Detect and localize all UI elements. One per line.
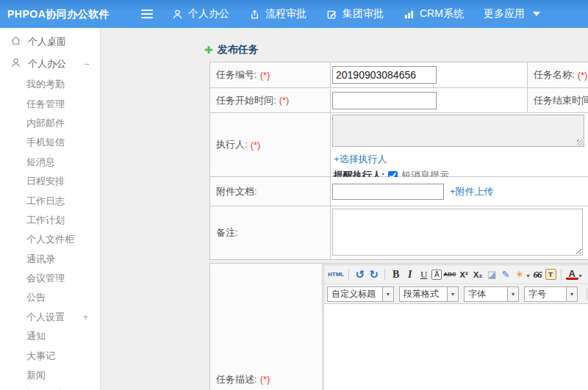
toolbar-separator [587, 288, 587, 300]
attachment-upload-link[interactable]: +附件上传 [450, 185, 494, 198]
task-name-label: 任务名称:(*) [528, 62, 588, 88]
task-description-label: 任务描述:(*) [210, 264, 323, 390]
sidebar-item-投票调查[interactable]: 投票调查 [0, 385, 100, 390]
task-end-time-label: 任务结束时间:(*) [528, 88, 588, 113]
redo-icon[interactable]: ↻ [368, 268, 380, 281]
top-navigation: 个人办公 流程审批 集团审批 CRM系统 更多应用 [172, 0, 540, 28]
paste-icon[interactable]: T [545, 269, 556, 280]
topbar: PHPOA协同办公软件 个人办公 流程审批 集团审批 CRM系统 更多应用 [0, 0, 588, 28]
sidebar-item-工作日志[interactable]: 工作日志 [0, 191, 100, 210]
wand-icon[interactable]: ✳ [514, 268, 526, 281]
remark-label: 备注: [210, 206, 331, 260]
publish-task-form: 任务编号:(*) 任务名称:(*) 任务开始时间:(*) 任务结束时间:(*) … [209, 62, 588, 260]
caret-down-icon[interactable]: ▾ [579, 272, 582, 279]
menu-toggle-icon[interactable] [141, 10, 153, 18]
task-number-label: 任务编号:(*) [210, 62, 331, 88]
app-logo: PHPOA协同办公软件 [7, 0, 110, 28]
source-icon[interactable]: HTML [328, 268, 344, 281]
attachment-input[interactable] [332, 184, 444, 200]
sidebar-item-日程安排[interactable]: 日程安排 [0, 172, 100, 191]
eraser-icon[interactable]: ◪ [486, 268, 498, 281]
nav-more-apps[interactable]: 更多应用 [484, 7, 540, 21]
caret-down-icon [533, 12, 540, 16]
quote-icon[interactable]: 66 [531, 268, 544, 281]
underline-icon[interactable]: U [417, 268, 430, 281]
editor-toolbar-row2: 自定义标题▾段落格式▾字体▾字号▾ [324, 284, 588, 304]
sidebar-item-个人桌面[interactable]: 个人桌面 [0, 31, 100, 53]
rich-text-editor: HTML↺↻BIUAABCX²X₂◪✎✳▾66TA▾ 自定义标题▾段落格式▾字体… [323, 264, 588, 390]
nav-process-approval[interactable]: 流程审批 [249, 7, 306, 21]
executor-label: 执行人:(*) [210, 113, 331, 177]
subscript-icon[interactable]: X₂ [472, 268, 484, 281]
caret-down-icon[interactable]: ▾ [383, 286, 394, 302]
share-up-icon [249, 9, 260, 20]
choose-executor-link[interactable]: +选择执行人 [334, 154, 387, 165]
toolbar-separator [384, 269, 385, 281]
caret-down-icon[interactable]: ▾ [448, 286, 459, 302]
task-start-time-label: 任务开始时间:(*) [210, 88, 331, 113]
toolbar-separator [348, 269, 349, 281]
nav-crm-system[interactable]: CRM系统 [404, 7, 464, 21]
page-title: ✚ 发布任务 [204, 43, 259, 57]
italic-icon[interactable]: I [404, 268, 416, 281]
sidebar-item-个人文件柜[interactable]: 个人文件柜 [0, 230, 100, 249]
sidebar-item-任务管理[interactable]: 任务管理 [0, 94, 100, 113]
superscript-icon[interactable]: X² [458, 268, 470, 281]
caret-down-icon[interactable]: ▾ [567, 286, 578, 302]
home-icon [10, 35, 21, 48]
remark-textarea[interactable] [332, 209, 583, 256]
sidebar-item-通知[interactable]: 通知 [0, 327, 100, 346]
strikethrough-icon[interactable]: ABC [443, 268, 456, 281]
attachment-label: 附件文档: [210, 177, 331, 206]
paragraph-format-select[interactable]: 段落格式▾ [399, 286, 459, 302]
sidebar-item-短消息[interactable]: 短消息 [0, 153, 100, 172]
expand-toggle-icon[interactable]: + [82, 311, 90, 322]
bold-icon[interactable]: B [390, 268, 402, 281]
sidebar: 个人桌面个人办公−我的考勤任务管理内部邮件手机短信短消息日程安排工作日志工作计划… [0, 28, 101, 390]
editor-content-area[interactable] [324, 304, 588, 390]
task-description-row: 任务描述:(*) HTML↺↻BIUAABCX²X₂◪✎✳▾66TA▾ 自定义标… [209, 263, 588, 390]
add-plus-icon: ✚ [204, 45, 213, 55]
sidebar-item-个人设置[interactable]: 个人设置+ [0, 308, 100, 327]
sidebar-item-通讯录[interactable]: 通讯录 [0, 250, 100, 269]
sidebar-item-手机短信[interactable]: 手机短信 [0, 133, 100, 152]
toolbar-separator [561, 269, 562, 281]
nav-group-approval[interactable]: 集团审批 [326, 7, 384, 21]
sidebar-item-大事记[interactable]: 大事记 [0, 346, 100, 365]
bar-chart-icon [404, 9, 415, 20]
edit-square-icon [326, 9, 337, 20]
caret-down-icon[interactable]: ▾ [508, 286, 519, 302]
sidebar-item-内部邮件[interactable]: 内部邮件 [0, 114, 100, 133]
font-name-icon[interactable]: A [431, 270, 442, 280]
sidebar-item-个人办公[interactable]: 个人办公− [0, 53, 100, 75]
task-start-time-input[interactable] [332, 92, 437, 109]
fontcolor-icon[interactable]: A [566, 269, 578, 280]
sidebar-item-公告[interactable]: 公告 [0, 288, 100, 307]
sidebar-item-会议管理[interactable]: 会议管理 [0, 269, 100, 288]
caret-down-icon[interactable]: ▾ [527, 272, 530, 279]
nav-personal-office[interactable]: 个人办公 [172, 7, 229, 21]
expand-toggle-icon[interactable]: − [84, 59, 90, 70]
font-size-select[interactable]: 字号▾ [524, 286, 578, 302]
sidebar-item-我的考勤[interactable]: 我的考勤 [0, 75, 100, 94]
person-icon [10, 57, 21, 71]
sidebar-item-工作计划[interactable]: 工作计划 [0, 211, 100, 230]
undo-icon[interactable]: ↺ [354, 268, 366, 281]
sidebar-item-新闻[interactable]: 新闻 [0, 366, 100, 385]
brush-icon[interactable]: ✎ [500, 268, 512, 281]
task-number-input[interactable] [332, 66, 437, 84]
editor-toolbar-row1: HTML↺↻BIUAABCX²X₂◪✎✳▾66TA▾ [324, 265, 588, 284]
font-family-select[interactable]: 字体▾ [464, 286, 519, 302]
custom-title-select[interactable]: 自定义标题▾ [327, 286, 394, 302]
person-icon [172, 9, 183, 20]
executor-textarea[interactable] [332, 115, 584, 147]
